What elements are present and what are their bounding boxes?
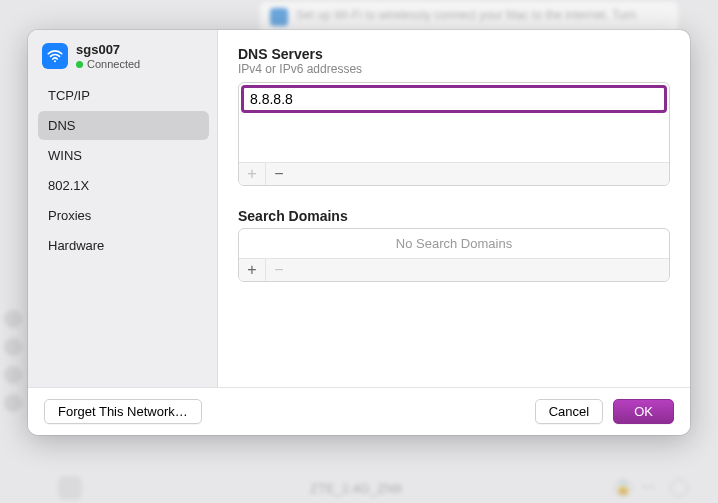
search-domains-add-button[interactable]: + — [239, 259, 265, 281]
connection-status-label: Connected — [87, 58, 140, 71]
background-hint-text: Set up Wi-Fi to wirelessly connect your … — [296, 8, 636, 22]
connection-header: sgs007 Connected — [38, 42, 209, 81]
background-network-icon — [58, 476, 82, 500]
signal-icon: ⋯ — [642, 479, 660, 497]
search-domains-title: Search Domains — [238, 208, 670, 224]
sidebar-item-802-1x[interactable]: 802.1X — [38, 171, 209, 200]
sidebar-item-wins[interactable]: WINS — [38, 141, 209, 170]
sidebar-item-hardware[interactable]: Hardware — [38, 231, 209, 260]
sidebar: sgs007 Connected TCP/IPDNSWINS802.1XProx… — [28, 30, 218, 387]
footer: Forget This Network… Cancel OK — [28, 387, 690, 435]
dns-server-input[interactable] — [241, 85, 667, 113]
network-settings-modal: sgs007 Connected TCP/IPDNSWINS802.1XProx… — [28, 30, 690, 435]
more-icon — [670, 479, 688, 497]
sidebar-item-proxies[interactable]: Proxies — [38, 201, 209, 230]
sidebar-item-tcp-ip[interactable]: TCP/IP — [38, 81, 209, 110]
status-dot-icon — [76, 61, 83, 68]
background-network-name: ZTE_2.4G_ZN9 — [310, 481, 402, 496]
ok-button[interactable]: OK — [613, 399, 674, 424]
cancel-button[interactable]: Cancel — [535, 399, 603, 424]
dns-remove-button[interactable]: − — [266, 163, 292, 185]
forget-network-button[interactable]: Forget This Network… — [44, 399, 202, 424]
svg-point-0 — [54, 61, 56, 63]
lock-icon: 🔒 — [614, 479, 632, 497]
sidebar-item-dns[interactable]: DNS — [38, 111, 209, 140]
search-domains-empty: No Search Domains — [239, 229, 669, 258]
search-domains-list[interactable]: No Search Domains + − — [238, 228, 670, 282]
search-domains-remove-button[interactable]: − — [266, 259, 292, 281]
connection-name: sgs007 — [76, 42, 140, 58]
connection-status: Connected — [76, 58, 140, 71]
wifi-icon — [42, 43, 68, 69]
dns-servers-title: DNS Servers — [238, 46, 670, 62]
main-panel: DNS Servers IPv4 or IPv6 addresses + − S… — [218, 30, 690, 387]
dns-servers-subtitle: IPv4 or IPv6 addresses — [238, 62, 670, 76]
dns-add-button[interactable]: + — [239, 163, 265, 185]
wifi-badge-icon — [270, 8, 288, 26]
dns-servers-list[interactable]: + − — [238, 82, 670, 186]
